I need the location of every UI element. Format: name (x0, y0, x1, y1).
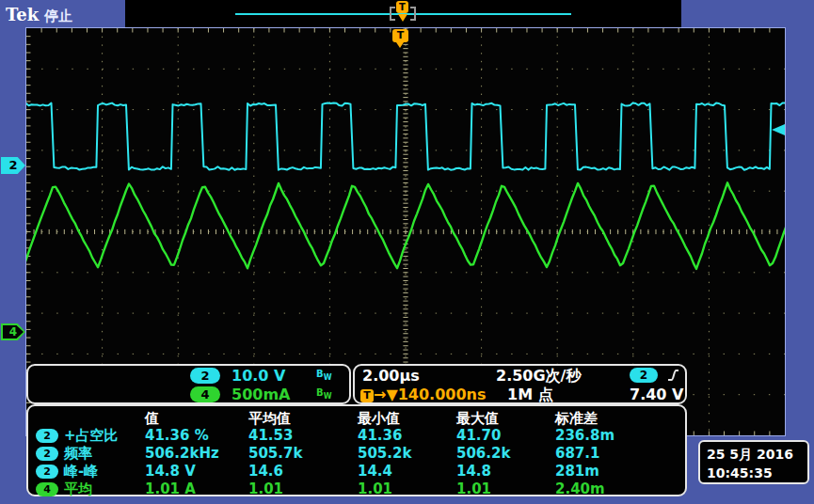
measurement-column-header: 最大值 (456, 410, 499, 428)
measurement-mean: 41.53 (248, 427, 293, 444)
channel-badge[interactable]: 4 (190, 386, 220, 402)
measurement-min: 41.36 (358, 427, 402, 444)
measurement-value: 41.36 % (145, 427, 209, 444)
trigger-position-flag[interactable]: T (392, 29, 408, 42)
bw-letter: B (316, 387, 324, 398)
timebase-trigger-panel: 2.00µs 2.50G次/秒 2 T→▼140.000ns 1M 点 7.40… (353, 364, 687, 404)
measurement-value: 506.2kHz (145, 445, 219, 462)
ch4-position-marker[interactable]: 4 (1, 323, 25, 340)
sample-rate: 2.50G次/秒 (496, 367, 581, 386)
measurement-min: 14.4 (358, 463, 392, 480)
measurement-source-badge: 2 (36, 429, 58, 443)
trigger-delay-readout: T→▼140.000ns (360, 386, 487, 403)
window-bracket-left (390, 7, 395, 21)
channel-badge[interactable]: 2 (190, 368, 220, 384)
measurement-column-header: 最小值 (358, 410, 400, 428)
measurement-std: 687.1 (555, 445, 599, 462)
time-label: 10:45:35 (707, 464, 801, 482)
ch2-position-marker[interactable]: 2 (1, 157, 25, 174)
bw-sub-letter: W (324, 392, 332, 401)
date-label: 25 5月 2016 (707, 445, 801, 464)
trigger-slope-icon (667, 368, 679, 386)
channel-readout-row: 210.0 VBW (28, 367, 349, 386)
measurement-mean: 14.6 (248, 463, 283, 480)
measurement-source-badge: 2 (36, 465, 58, 479)
measurement-source-badge: 4 (36, 482, 58, 496)
measurement-mean: 1.01 (248, 480, 283, 497)
overview-trigger-arrow-icon (398, 14, 407, 22)
timebase-scale: 2.00µs (362, 367, 420, 385)
measurement-row: 4平均1.01 A1.011.011.012.40m (28, 480, 685, 498)
measurement-name: 平均 (64, 480, 92, 498)
tek-logo-status: Tek停止 (6, 5, 72, 25)
trigger-delay-arrow: →▼ (374, 386, 398, 403)
trigger-delay-value: 140.000ns (398, 386, 487, 403)
measurement-row: 2峰-峰14.8 V14.614.414.8281m (28, 463, 685, 480)
measurement-std: 236.8m (555, 427, 614, 444)
measurements-panel: 值平均值最小值最大值标准差2+占空比41.36 %41.5341.3641.70… (26, 404, 687, 496)
measurement-std: 2.40m (555, 480, 605, 497)
bandwidth-limit-icon: BW (316, 369, 331, 382)
measurement-source-badge: 2 (36, 447, 58, 461)
datetime-box: 25 5月 2016 10:45:35 (698, 440, 809, 484)
tek-logo: Tek (6, 5, 39, 24)
oscilloscope-screen: Tek停止 T T 2 4 210.0 VBW4500mABW 2.00µs 2… (0, 0, 814, 504)
measurement-column-header: 值 (145, 410, 159, 428)
overview-trigger-position-icon[interactable]: T (396, 1, 408, 13)
trigger-level-arrow-icon[interactable] (772, 124, 785, 135)
measurement-max: 1.01 (456, 480, 491, 497)
measurement-std: 281m (555, 463, 599, 480)
channel-readout-panel: 210.0 VBW4500mABW (26, 364, 351, 404)
record-length: 1M 点 (507, 386, 553, 405)
measurement-name: 频率 (64, 445, 92, 463)
measurement-value: 14.8 V (145, 463, 196, 480)
measurement-mean: 505.7k (248, 445, 302, 462)
bw-letter: B (316, 369, 324, 379)
trigger-flag-icon: T (360, 389, 374, 402)
acquisition-status: 停止 (44, 8, 72, 24)
trigger-level-value: 7.40 V (630, 386, 683, 403)
channel-scale: 10.0 V (231, 367, 285, 385)
measurement-column-header: 标准差 (555, 410, 598, 428)
measurement-name: +占空比 (64, 427, 119, 445)
bw-sub-letter: W (324, 373, 332, 382)
channel-scale: 500mA (231, 386, 290, 403)
trigger-position-flag-tail (396, 42, 404, 48)
measurement-max: 41.70 (456, 427, 501, 444)
window-bracket-right (410, 7, 416, 21)
ch4-position-marker-label: 4 (3, 325, 24, 339)
measurement-min: 505.2k (358, 445, 411, 462)
measurement-name: 峰-峰 (64, 463, 98, 480)
channel-readout-row: 4500mABW (28, 386, 349, 404)
measurement-column-header: 平均值 (248, 410, 291, 428)
measurement-max: 506.2k (456, 445, 510, 462)
measurement-row: 2+占空比41.36 %41.5341.3641.70236.8m (28, 427, 685, 445)
bandwidth-limit-icon: BW (316, 387, 331, 401)
trigger-source-badge[interactable]: 2 (630, 368, 658, 383)
measurement-value: 1.01 A (145, 480, 196, 497)
measurement-min: 1.01 (358, 480, 392, 497)
measurement-max: 14.8 (456, 463, 491, 480)
waveform-overview-bar[interactable]: T (125, 0, 681, 27)
measurement-row: 2频率506.2kHz505.7k505.2k506.2k687.1 (28, 445, 685, 463)
